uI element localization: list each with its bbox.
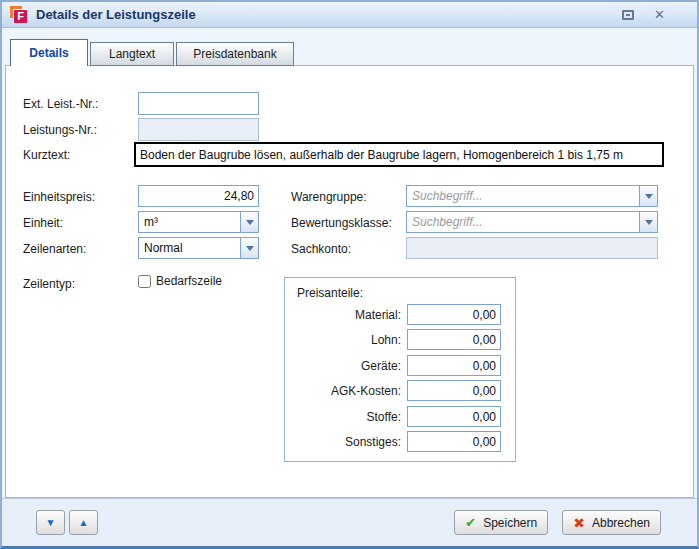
einheitspreis-label: Einheitspreis: (23, 190, 95, 204)
warengruppe-dropdown-button[interactable] (639, 186, 657, 206)
close-button[interactable]: ✕ (654, 8, 665, 21)
app-logo-icon: F (10, 6, 28, 24)
ext-leist-nr-input[interactable] (138, 92, 259, 115)
tab-content-details: Ext. Leist.-Nr.: Leistungs-Nr.: Kurztext… (5, 65, 694, 498)
zeilenarten-value: Normal (139, 241, 240, 255)
footer-bar: ▼ ▲ ✔ Speichern ✖ Abbrechen (2, 498, 697, 546)
zeilenarten-label: Zeilenarten: (23, 242, 86, 256)
move-down-button[interactable]: ▼ (36, 510, 65, 535)
einheit-value: m³ (139, 215, 240, 229)
warengruppe-combobox[interactable]: Suchbegriff... (406, 185, 658, 207)
window-title: Details der Leistungszeile (36, 7, 196, 22)
bewertungsklasse-label: Bewertungsklasse: (291, 216, 392, 230)
cancel-button-label: Abbrechen (592, 516, 650, 530)
chevron-down-icon (645, 194, 653, 199)
bedarfszeile-checkbox-row: Bedarfszeile (138, 274, 222, 288)
preisanteile-row-stoffe: Stoffe: (285, 406, 515, 428)
footer-actions: ✔ Speichern ✖ Abbrechen (454, 510, 661, 535)
sachkonto-label: Sachkonto: (291, 242, 351, 256)
save-button-label: Speichern (483, 516, 537, 530)
preisanteile-row-sonstiges: Sonstiges: (285, 431, 515, 453)
geraete-label: Geräte: (361, 359, 401, 373)
ext-leist-nr-label: Ext. Leist.-Nr.: (23, 97, 98, 111)
stoffe-input[interactable] (407, 406, 501, 427)
preisanteile-title: Preisanteile: (297, 286, 363, 300)
sonstiges-label: Sonstiges: (345, 435, 401, 449)
titlebar[interactable]: F Details der Leistungszeile ✕ (2, 2, 697, 28)
chevron-down-icon (645, 220, 653, 225)
save-button[interactable]: ✔ Speichern (454, 510, 548, 535)
preisanteile-groupbox: Preisanteile: Material: Lohn: Geräte: AG… (284, 277, 516, 462)
tab-preisdatenbank[interactable]: Preisdatenbank (176, 42, 294, 66)
bedarfszeile-checkbox-label: Bedarfszeile (156, 274, 222, 288)
tab-langtext[interactable]: Langtext (90, 42, 174, 66)
preisanteile-row-material: Material: (285, 304, 515, 326)
preisanteile-row-lohn: Lohn: (285, 329, 515, 351)
preisanteile-row-agk-kosten: AGK-Kosten: (285, 380, 515, 402)
leistungs-nr-label: Leistungs-Nr.: (23, 123, 97, 137)
dialog-window: F Details der Leistungszeile ✕ Details L… (0, 0, 699, 549)
arrow-down-icon: ▼ (46, 518, 56, 528)
bewertungsklasse-combobox[interactable]: Suchbegriff... (406, 211, 658, 233)
material-label: Material: (355, 308, 401, 322)
agk-kosten-label: AGK-Kosten: (331, 384, 401, 398)
einheit-dropdown-button[interactable] (240, 212, 258, 232)
close-icon: ✕ (654, 8, 665, 21)
window-controls: ✕ (622, 8, 665, 21)
zeilentyp-label: Zeilentyp: (23, 277, 75, 291)
sachkonto-input (406, 237, 658, 259)
stoffe-label: Stoffe: (367, 410, 401, 424)
agk-kosten-input[interactable] (407, 380, 501, 401)
cancel-button[interactable]: ✖ Abbrechen (562, 510, 661, 535)
material-input[interactable] (407, 304, 501, 325)
maximize-button[interactable] (622, 10, 634, 20)
logo-f-letter: F (13, 9, 27, 23)
preisanteile-row-geraete: Geräte: (285, 355, 515, 377)
dialog-body: Details Langtext Preisdatenbank Ext. Lei… (2, 28, 697, 546)
maximize-icon (622, 10, 634, 20)
arrow-up-icon: ▲ (79, 518, 89, 528)
bedarfszeile-checkbox[interactable] (138, 275, 151, 288)
check-icon: ✔ (465, 516, 476, 529)
x-icon: ✖ (573, 516, 585, 530)
chevron-down-icon (246, 220, 254, 225)
kurztext-label: Kurztext: (23, 148, 70, 162)
einheit-label: Einheit: (23, 216, 63, 230)
warengruppe-placeholder: Suchbegriff... (407, 189, 639, 203)
einheit-combobox[interactable]: m³ (138, 211, 259, 233)
tab-strip: Details Langtext Preisdatenbank (10, 39, 296, 66)
warengruppe-label: Warengruppe: (291, 190, 367, 204)
sonstiges-input[interactable] (407, 431, 501, 452)
zeilenarten-dropdown-button[interactable] (240, 238, 258, 258)
lohn-input[interactable] (407, 329, 501, 350)
bewertungsklasse-placeholder: Suchbegriff... (407, 215, 639, 229)
lohn-label: Lohn: (371, 333, 401, 347)
kurztext-input[interactable] (134, 142, 664, 167)
bewertungsklasse-dropdown-button[interactable] (639, 212, 657, 232)
move-up-button[interactable]: ▲ (69, 510, 98, 535)
leistungs-nr-input (138, 118, 259, 141)
zeilenarten-combobox[interactable]: Normal (138, 237, 259, 259)
einheitspreis-input[interactable] (138, 185, 259, 207)
chevron-down-icon (246, 246, 254, 251)
tab-details[interactable]: Details (10, 39, 88, 66)
geraete-input[interactable] (407, 355, 501, 376)
